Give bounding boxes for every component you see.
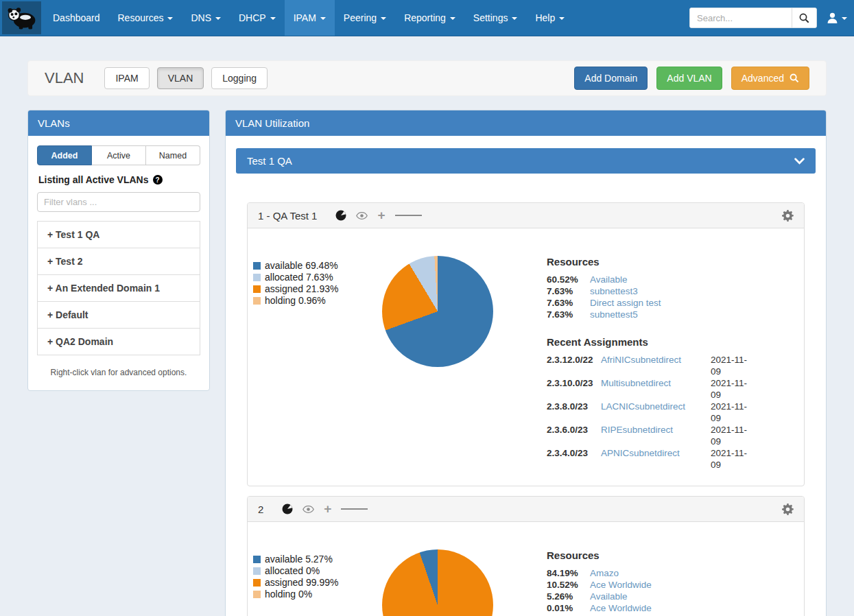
navbar-search-group [689, 8, 817, 28]
search-button[interactable] [792, 8, 816, 27]
page-header: VLAN IPAM VLAN Logging Add Domain Add VL… [27, 60, 827, 96]
legend-item: allocated 7.63% [253, 272, 382, 283]
assignment-link[interactable]: RIPEsubnetdirect [601, 424, 711, 447]
vlan-list-item[interactable]: + Test 1 QA [38, 222, 200, 248]
vlan-filter-tab-added[interactable]: Added [37, 145, 92, 165]
caret-down-icon [270, 17, 276, 20]
gear-icon[interactable] [782, 210, 794, 222]
vlan-list-item[interactable]: + QA2 Domain [38, 328, 200, 355]
nav-item-label: DHCP [239, 12, 266, 23]
menu-icon[interactable] [341, 507, 368, 512]
nav-item-label: IPAM [294, 12, 316, 23]
vlan-filter-tabs: AddedActiveNamed [37, 145, 200, 165]
resources-list: 84.19%Amazo10.52%Ace Worldwide5.26%Avail… [547, 567, 752, 614]
menu-icon[interactable] [395, 213, 422, 218]
assignment-date: 2021-11-09 [711, 377, 752, 401]
resources-list: 60.52%Available7.63%subnettest37.63%Dire… [547, 274, 752, 320]
add-domain-button[interactable]: Add Domain [574, 67, 648, 90]
search-input[interactable] [690, 8, 792, 27]
nav-item-settings[interactable]: Settings [464, 0, 527, 36]
vlan-card-body: available 69.48%allocated 7.63%assigned … [248, 228, 804, 486]
vlan-group-header[interactable]: Test 1 QA [236, 148, 816, 174]
nav-item-ipam[interactable]: IPAM [285, 0, 335, 36]
user-icon [827, 12, 838, 23]
resource-link[interactable]: subnettest5 [590, 309, 638, 320]
resource-link[interactable]: Direct assign test [590, 297, 661, 309]
resource-link[interactable]: Ace Worldwide [590, 602, 652, 614]
vlan-list-item[interactable]: + An Extended Domain 1 [38, 274, 200, 301]
assignment-date: 2021-11-09 [711, 401, 752, 424]
add-vlan-button[interactable]: Add VLAN [656, 67, 722, 90]
plus-icon[interactable]: + [377, 211, 385, 220]
assignment-date: 2021-11-09 [711, 354, 752, 377]
tab-logging[interactable]: Logging [211, 67, 268, 89]
vlan-card: 2 + [247, 496, 805, 616]
navbar-right [689, 0, 854, 36]
gear-icon[interactable] [782, 504, 794, 515]
panel-title: VLAN Utilization [226, 110, 826, 136]
assignment-link[interactable]: LACNICsubnetdirect [601, 401, 711, 424]
help-icon[interactable]: ? [153, 175, 163, 185]
vlan-list-item[interactable]: + Test 2 [38, 248, 200, 274]
resource-row: 7.63%subnettest5 [547, 309, 752, 320]
caret-down-icon [381, 17, 386, 20]
legend-swatch [253, 297, 261, 305]
legend-label: holding 0% [265, 589, 312, 600]
nav-item-dashboard[interactable]: Dashboard [44, 0, 109, 36]
resource-row: 7.63%Direct assign test [547, 297, 752, 309]
nav-item-label: Reporting [404, 12, 446, 23]
panel-body: Test 1 QA 1 - QA Test 1 [226, 136, 826, 616]
advanced-button[interactable]: Advanced [731, 67, 809, 90]
assignments-heading: Recent Assignments [547, 336, 752, 348]
nav-item-peering[interactable]: Peering [335, 0, 395, 36]
legend-item: assigned 21.93% [253, 283, 382, 294]
app-logo[interactable] [2, 1, 41, 34]
assignment-link[interactable]: APNICsubnetdirect [601, 447, 711, 471]
nav-item-dns[interactable]: DNS [182, 0, 230, 36]
resource-link[interactable]: Available [590, 591, 628, 602]
user-menu[interactable] [825, 10, 849, 26]
legend-swatch [253, 556, 261, 563]
assignments-list: 2.3.12.0/22AfriNICsubnetdirect2021-11-09… [547, 354, 752, 471]
plus-icon[interactable]: + [324, 505, 331, 513]
resource-percent: 5.26% [547, 591, 590, 602]
card-header-icons: + [335, 210, 421, 221]
assignment-link[interactable]: Multisubnetdirect [601, 377, 711, 401]
legend-swatch [253, 567, 261, 575]
assignment-date: 2021-11-09 [711, 447, 752, 471]
legend-label: available 69.48% [265, 260, 338, 271]
top-navbar: DashboardResourcesDNSDHCPIPAMPeeringRepo… [0, 0, 854, 36]
nav-item-resources[interactable]: Resources [109, 0, 182, 36]
nav-item-help[interactable]: Help [526, 0, 573, 36]
assignment-row: 2.3.4.0/23APNICsubnetdirect2021-11-09 [547, 447, 752, 471]
resource-link[interactable]: subnettest3 [590, 285, 638, 297]
tab-vlan[interactable]: VLAN [157, 67, 204, 89]
resource-link[interactable]: Available [590, 274, 628, 285]
pie-legend: available 5.27%allocated 0%assigned 99.9… [253, 549, 382, 616]
search-icon [799, 13, 809, 23]
add-domain-label: Add Domain [584, 73, 637, 84]
vlan-list-item[interactable]: + Default [38, 301, 200, 328]
pie-chart-icon[interactable] [335, 210, 346, 221]
add-vlan-label: Add VLAN [667, 73, 711, 84]
resources-heading: Resources [547, 549, 752, 561]
vlan-filter-input[interactable] [37, 192, 200, 212]
pie-chart [382, 549, 493, 616]
nav-menu: DashboardResourcesDNSDHCPIPAMPeeringRepo… [44, 0, 573, 36]
card-info: Resources 84.19%Amazo10.52%Ace Worldwide… [547, 549, 752, 616]
pie-chart [382, 256, 493, 367]
nav-item-reporting[interactable]: Reporting [395, 0, 464, 36]
legend-item: available 5.27% [253, 554, 382, 565]
resource-link[interactable]: Amazo [590, 567, 619, 579]
vlan-filter-tab-named[interactable]: Named [146, 145, 200, 165]
eye-icon[interactable] [356, 212, 368, 220]
vlan-filter-tab-active[interactable]: Active [92, 145, 146, 165]
pie-chart-icon[interactable] [282, 504, 293, 514]
nav-item-dhcp[interactable]: DHCP [230, 0, 285, 36]
assignment-link[interactable]: AfriNICsubnetdirect [601, 354, 711, 377]
eye-icon[interactable] [303, 506, 314, 513]
tab-ipam[interactable]: IPAM [104, 67, 149, 89]
legend-swatch [253, 285, 261, 293]
assignment-cidr: 2.3.4.0/23 [547, 447, 601, 471]
resource-link[interactable]: Ace Worldwide [590, 579, 652, 591]
